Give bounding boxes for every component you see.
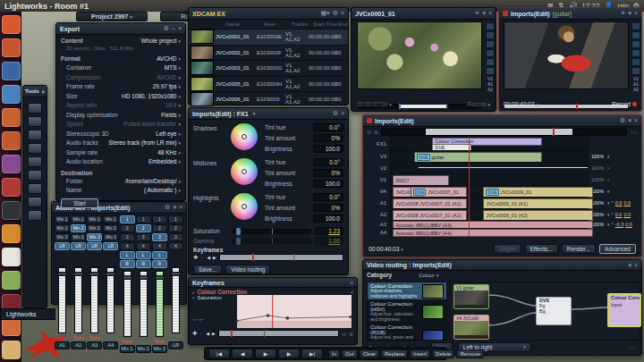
- fader-a2[interactable]: [74, 267, 82, 333]
- route-button-2[interactable]: 2: [136, 224, 151, 232]
- edit-video-frame[interactable]: [504, 21, 629, 89]
- param-dot-icon[interactable]: •: [197, 316, 199, 322]
- slider-handle[interactable]: [236, 238, 241, 245]
- fx-param-value[interactable]: 0.0°: [313, 193, 343, 201]
- clip-jvcx0007-01[interactable]: DVEJVCx0007_01: [411, 187, 467, 198]
- bin-close-icon[interactable]: ×: [341, 10, 344, 17]
- slider-track[interactable]: [233, 239, 311, 244]
- timeline-close-icon[interactable]: ×: [634, 117, 638, 124]
- clip-00017[interactable]: 00017: [393, 175, 449, 186]
- gain-value[interactable]: 0.0: [623, 212, 631, 217]
- action-out-button[interactable]: Out: [342, 349, 358, 358]
- bin-row-jvcx0002_01[interactable]: JVCx0002_01E103000FV1, A1,A200:00:00:000…: [189, 46, 348, 62]
- action-in-button[interactable]: In: [328, 349, 340, 358]
- routing-node-source1[interactable]: V1 guitar: [453, 284, 489, 309]
- timeline-settings-icon[interactable]: ⚙: [620, 117, 625, 124]
- colour-wheel-midtones[interactable]: [231, 158, 258, 185]
- export-row-value-select[interactable]: MTS▾: [165, 64, 181, 71]
- track-lane[interactable]: [390, 162, 589, 174]
- fx-kf-remove-button[interactable]: −: [200, 255, 204, 261]
- slider-value[interactable]: 1.23: [315, 227, 343, 235]
- timeline-zoomin-icon[interactable]: ⊕: [374, 129, 378, 135]
- track-pct[interactable]: 100%: [591, 177, 604, 182]
- solo-button[interactable]: Solo: [152, 339, 167, 344]
- content-select[interactable]: Whole project▾: [141, 38, 181, 44]
- kf-next-button[interactable]: ▶: [212, 331, 216, 336]
- export-row-value-select[interactable]: 29.97 fps▾: [153, 83, 181, 89]
- route-button-4[interactable]: 4: [120, 242, 135, 250]
- route-button-lr[interactable]: LR: [55, 242, 70, 250]
- go-start-button[interactable]: |◀: [208, 349, 230, 358]
- tools-pin-icon[interactable]: ▴: [42, 88, 46, 95]
- fader-a1[interactable]: [58, 267, 66, 333]
- track-gain[interactable]: 100%▾: [589, 177, 641, 182]
- solo-button[interactable]: Solo: [103, 335, 118, 341]
- param-expander-icon[interactable]: ▾: [192, 295, 195, 300]
- route-button-l[interactable]: L: [120, 251, 135, 259]
- export-minimize-icon[interactable]: –: [172, 25, 175, 32]
- bin-row-jvcx0003_01[interactable]: JVCx0003_01E103000GV1, A1,A200:00:00:000…: [189, 61, 348, 77]
- export-dest-value-select[interactable]: /home/iain/Desktop/▾: [125, 178, 181, 184]
- fader-handle[interactable]: [106, 272, 115, 276]
- kf-zoomout-icon[interactable]: ⊖: [342, 331, 346, 337]
- route-button-mix2[interactable]: Mix 2: [87, 224, 102, 232]
- launcher-media-player[interactable]: [2, 248, 21, 266]
- route-button-2[interactable]: 2: [152, 224, 167, 232]
- solo-button[interactable]: Solo: [55, 335, 70, 341]
- param-prev-key-icon[interactable]: ◂: [192, 316, 195, 322]
- timeline-zoomout-icon[interactable]: ⊖: [367, 129, 371, 135]
- export-row-value-select[interactable]: HD 1080, 1920x1080▾: [122, 93, 181, 99]
- export-settings-icon[interactable]: ⚙: [164, 25, 169, 32]
- bin-row-jvcx0006_01[interactable]: JVCx0006_01E103000IV1, A1,A200:00:00:000…: [189, 92, 348, 108]
- fader-lr[interactable]: [172, 267, 180, 333]
- keyframe-graph[interactable]: [235, 295, 353, 328]
- source-timecode[interactable]: 00:00:07:00: [357, 101, 387, 107]
- keypad-tool-icon[interactable]: [28, 143, 42, 154]
- launcher-home-folder[interactable]: [2, 38, 21, 57]
- fx-param-value[interactable]: 0.0°: [313, 123, 343, 131]
- route-button-mix1[interactable]: Mix 1: [71, 215, 86, 223]
- viewer-tool-icon-loop[interactable]: [486, 58, 495, 66]
- timeline-button-effects[interactable]: Effects...: [525, 244, 558, 254]
- routing-node-dve[interactable]: DVE Fg Bg: [536, 297, 572, 325]
- track-lane[interactable]: JVCx0008 JVCx0007_01 (A2)JVCx0009_01 (A2…: [390, 208, 589, 221]
- action-clear-button[interactable]: Clear: [360, 349, 379, 358]
- solo-button[interactable]: Solo: [136, 339, 151, 344]
- route-button-4[interactable]: 4: [152, 242, 167, 250]
- slider-track[interactable]: [233, 229, 311, 234]
- fx-param-value[interactable]: 100.0: [313, 145, 343, 153]
- route-button-mix2[interactable]: Mix 2: [55, 224, 70, 232]
- fx-kf-next-button[interactable]: ▶: [213, 255, 216, 260]
- step-back-button[interactable]: ◀: [232, 349, 253, 358]
- viewer-tool-icon-audio[interactable]: [631, 49, 640, 57]
- colour-wheel-highlights[interactable]: [231, 193, 258, 220]
- routing-node-source2[interactable]: V4 JVCx00: [453, 315, 489, 340]
- route-button-lr[interactable]: LR: [71, 242, 86, 250]
- gain-value[interactable]: -0.3: [615, 222, 623, 227]
- viewer-track-a2[interactable]: A2: [485, 87, 496, 92]
- timeline-timecode[interactable]: 00:00:40:03: [369, 246, 399, 252]
- track-pct[interactable]: 100%: [591, 165, 604, 171]
- launcher-firefox[interactable]: [2, 62, 21, 80]
- route-button-1[interactable]: 1: [136, 215, 151, 223]
- solo-button[interactable]: Solo: [71, 335, 86, 341]
- effect-delete-icon[interactable]: ×: [350, 290, 353, 295]
- timeline-fit-icon[interactable]: ∩∩: [630, 130, 638, 135]
- launcher-archive-app[interactable]: [2, 341, 21, 359]
- track-pct[interactable]: 100%: [591, 222, 604, 227]
- routing-node-colour-correction[interactable]: Colour Corre Input: [607, 293, 641, 327]
- track-pct[interactable]: 100%: [591, 154, 604, 159]
- route-button-mix3[interactable]: Mix 3: [71, 233, 86, 241]
- fx1-close-icon[interactable]: ×: [341, 110, 344, 117]
- clip-acoustic-480-1-bbv-a4-[interactable]: Acoustic 480(1)/BBV (A4): [393, 229, 593, 237]
- action-insert-button[interactable]: Insert: [410, 349, 430, 358]
- edit-record-label[interactable]: Record: [612, 101, 631, 107]
- timeline-scrub-bar[interactable]: [381, 128, 627, 136]
- import-tool-icon[interactable]: [28, 103, 42, 114]
- group-tool-icon[interactable]: [28, 197, 42, 207]
- route-button-mix3[interactable]: Mix 3: [55, 233, 70, 241]
- fader-handle[interactable]: [139, 275, 148, 280]
- export-row-value-select[interactable]: Stereo track (from LR mix)▾: [108, 139, 181, 146]
- launcher-system-settings[interactable]: [2, 178, 21, 197]
- track-gain[interactable]: 100%▾*0.00.0: [589, 200, 641, 206]
